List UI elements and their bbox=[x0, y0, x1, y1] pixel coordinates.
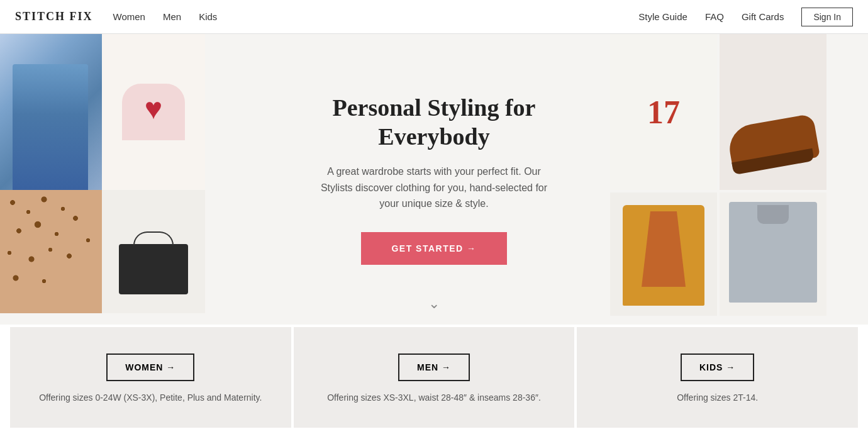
nav-women[interactable]: Women bbox=[113, 11, 145, 22]
gift-cards-link[interactable]: Gift Cards bbox=[742, 11, 784, 22]
men-category-card: MEN → Offering sizes XS-3XL, waist 28-48… bbox=[294, 327, 575, 428]
jeans-image bbox=[0, 34, 102, 190]
shoes-image bbox=[720, 34, 826, 190]
logo: STITCH FIX bbox=[15, 10, 93, 23]
hero-right-images bbox=[610, 34, 868, 325]
hero-subtitle: A great wardrobe starts with your perfec… bbox=[314, 164, 554, 212]
kids-category-button[interactable]: KIDS → bbox=[681, 353, 754, 381]
handbag-image bbox=[102, 190, 205, 313]
scroll-down-chevron[interactable]: ⌄ bbox=[428, 296, 440, 312]
hero-title: Personal Styling for Everybody bbox=[283, 94, 585, 151]
women-category-desc: Offering sizes 0-24W (XS-3X), Petite, Pl… bbox=[39, 391, 262, 404]
nav-men[interactable]: Men bbox=[163, 11, 181, 22]
style-guide-link[interactable]: Style Guide bbox=[638, 11, 687, 22]
women-category-button[interactable]: WOMEN → bbox=[106, 353, 194, 381]
heart-sweater-image bbox=[102, 34, 205, 190]
faq-link[interactable]: FAQ bbox=[705, 11, 724, 22]
kids-category-desc: Offering sizes 2T-14. bbox=[677, 391, 758, 404]
gray-shirt-image bbox=[720, 192, 826, 316]
header: STITCH FIX Women Men Kids Style Guide FA… bbox=[0, 0, 868, 34]
women-category-card: WOMEN → Offering sizes 0-24W (XS-3X), Pe… bbox=[10, 327, 291, 428]
men-category-desc: Offering sizes XS-3XL, waist 28-48″ & in… bbox=[327, 391, 541, 404]
sign-in-button[interactable]: Sign In bbox=[801, 8, 853, 26]
men-category-button[interactable]: MEN → bbox=[398, 353, 470, 381]
kids-category-card: KIDS → Offering sizes 2T-14. bbox=[577, 327, 858, 428]
nav-kids[interactable]: Kids bbox=[199, 11, 217, 22]
leopard-top-image bbox=[0, 190, 102, 313]
hero-section: Personal Styling for Everybody A great w… bbox=[0, 34, 868, 325]
hero-center: Personal Styling for Everybody A great w… bbox=[258, 34, 610, 325]
header-right: Style Guide FAQ Gift Cards Sign In bbox=[638, 8, 853, 26]
hero-left-images bbox=[0, 34, 258, 325]
header-left: STITCH FIX Women Men Kids bbox=[15, 10, 217, 23]
main-nav: Women Men Kids bbox=[113, 11, 218, 22]
graphic-tee-image bbox=[610, 34, 717, 190]
yellow-jacket-image bbox=[610, 192, 717, 316]
categories-section: WOMEN → Offering sizes 0-24W (XS-3X), Pe… bbox=[0, 327, 868, 428]
get-started-button[interactable]: GET STARTED → bbox=[361, 232, 506, 265]
